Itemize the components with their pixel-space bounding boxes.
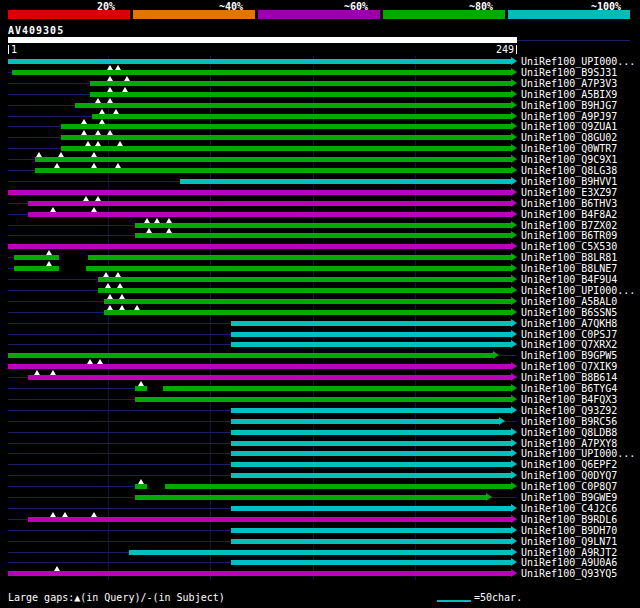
hit-label[interactable]: UniRef100_A5BAL0: [521, 296, 617, 307]
alignment-bar[interactable]: [135, 223, 511, 228]
alignment-bar[interactable]: [231, 560, 511, 565]
hit-label[interactable]: UniRef100_A5BIX9: [521, 89, 617, 100]
alignment-bar[interactable]: [98, 288, 511, 293]
hit-label[interactable]: UniRef100_B4F9U4: [521, 274, 617, 285]
alignment-bar[interactable]: [231, 451, 511, 456]
alignment-bar[interactable]: [231, 539, 511, 544]
hit-label[interactable]: UniRef100_B9HJG7: [521, 100, 617, 111]
hit-label[interactable]: UniRef100_B9GWE9: [521, 492, 617, 503]
alignment-bar[interactable]: [231, 528, 511, 533]
hit-label[interactable]: UniRef100_B9HVV1: [521, 176, 617, 187]
arrow-head-icon: [511, 79, 517, 87]
hit-label[interactable]: UniRef100_Q7XRX2: [521, 339, 617, 350]
alignment-bar[interactable]: [135, 495, 487, 500]
alignment-bar[interactable]: [75, 103, 511, 108]
alignment-bar[interactable]: [135, 397, 511, 402]
alignment-bar[interactable]: [61, 135, 511, 140]
alignment-bar[interactable]: [98, 277, 511, 282]
alignment-bar[interactable]: [35, 168, 511, 173]
hit-label[interactable]: UniRef100_B8LNE7: [521, 263, 617, 274]
alignment-bar[interactable]: [231, 473, 511, 478]
gap-triangle-icon: [146, 228, 152, 233]
hit-label[interactable]: UniRef100_A7P3V3: [521, 78, 617, 89]
alignment-bar[interactable]: [61, 146, 511, 151]
hit-label[interactable]: UniRef100_Q7XIK9: [521, 361, 617, 372]
alignment-bar[interactable]: [14, 255, 511, 260]
alignment-bar[interactable]: [8, 59, 511, 64]
hit-label[interactable]: UniRef100_B6THV3: [521, 198, 617, 209]
hit-label[interactable]: UniRef100_C5X530: [521, 241, 617, 252]
alignment-bar[interactable]: [231, 506, 511, 511]
alignment-bar[interactable]: [8, 571, 511, 576]
alignment-bar[interactable]: [12, 70, 511, 75]
alignment-bar[interactable]: [61, 124, 511, 129]
alignment-bar[interactable]: [231, 342, 511, 347]
alignment-bar[interactable]: [28, 201, 511, 206]
hit-label[interactable]: UniRef100_E3XZ97: [521, 187, 617, 198]
alignment-bar[interactable]: [231, 321, 511, 326]
hit-label[interactable]: UniRef100_C0P8Q7: [521, 481, 617, 492]
alignment-bar[interactable]: [104, 310, 511, 315]
hit-label[interactable]: UniRef100_UPI000...: [521, 448, 635, 459]
alignment-row: UniRef100_B8B614: [0, 372, 640, 383]
alignment-bar[interactable]: [231, 430, 511, 435]
alignment-bar[interactable]: [28, 212, 511, 217]
hit-label[interactable]: UniRef100_Q9C9X1: [521, 154, 617, 165]
hit-label[interactable]: UniRef100_A9U0A6: [521, 557, 617, 568]
alignment-bar[interactable]: [231, 332, 511, 337]
hit-label[interactable]: UniRef100_Q8GU02: [521, 132, 617, 143]
gap-triangle-icon: [115, 65, 121, 70]
hit-label[interactable]: UniRef100_UPI000...: [521, 56, 635, 67]
alignment-bar[interactable]: [231, 441, 511, 446]
hit-label[interactable]: UniRef100_B9SJ31: [521, 67, 617, 78]
hit-label[interactable]: UniRef100_Q9LN71: [521, 536, 617, 547]
alignment-bar[interactable]: [35, 157, 511, 162]
alignment-bar[interactable]: [28, 375, 511, 380]
hit-label[interactable]: UniRef100_Q9ZUA1: [521, 121, 617, 132]
hit-label[interactable]: UniRef100_B8LR81: [521, 252, 617, 263]
hit-label[interactable]: UniRef100_Q0WTR7: [521, 143, 617, 154]
alignment-bar[interactable]: [135, 484, 511, 489]
alignment-bar[interactable]: [135, 386, 511, 391]
alignment-bar[interactable]: [92, 114, 511, 119]
hit-label[interactable]: UniRef100_Q8LG38: [521, 165, 617, 176]
hit-label[interactable]: UniRef100_B6SSN5: [521, 307, 617, 318]
alignment-bar[interactable]: [90, 81, 511, 86]
alignment-bar[interactable]: [135, 233, 511, 238]
hit-label[interactable]: UniRef100_C4J2C6: [521, 503, 617, 514]
hit-label[interactable]: UniRef100_Q93Z92: [521, 405, 617, 416]
hit-label[interactable]: UniRef100_UPI000...: [521, 285, 635, 296]
hit-label[interactable]: UniRef100_B8B614: [521, 372, 617, 383]
hit-label[interactable]: UniRef100_B9DH70: [521, 525, 617, 536]
hit-label[interactable]: UniRef100_B9RC56: [521, 416, 617, 427]
alignment-row: UniRef100_B4FQX3: [0, 394, 640, 405]
alignment-bar[interactable]: [231, 419, 499, 424]
hit-label[interactable]: UniRef100_Q6EPF2: [521, 459, 617, 470]
alignment-bar[interactable]: [14, 266, 511, 271]
alignment-bar[interactable]: [8, 190, 511, 195]
alignment-bar[interactable]: [28, 517, 511, 522]
alignment-bar[interactable]: [129, 550, 511, 555]
alignment-bar[interactable]: [231, 462, 511, 467]
alignment-row: UniRef100_B9GWE9: [0, 492, 640, 503]
alignment-row: UniRef100_B9RC56: [0, 416, 640, 427]
hit-label[interactable]: UniRef100_B6TYG4: [521, 383, 617, 394]
hit-label[interactable]: UniRef100_Q0DYQ7: [521, 470, 617, 481]
alignment-bar[interactable]: [8, 353, 493, 358]
hit-label[interactable]: UniRef100_Q8LDB8: [521, 427, 617, 438]
alignment-row: UniRef100_UPI000...: [0, 448, 640, 459]
hit-label[interactable]: UniRef100_B4F8A2: [521, 209, 617, 220]
hit-label[interactable]: UniRef100_B9GPW5: [521, 350, 617, 361]
alignment-bar[interactable]: [104, 299, 511, 304]
hit-label[interactable]: UniRef100_B6TR09: [521, 230, 617, 241]
hit-label[interactable]: UniRef100_B9RDL6: [521, 514, 617, 525]
alignment-bar[interactable]: [180, 179, 511, 184]
hit-label[interactable]: UniRef100_Q93YQ5: [521, 568, 617, 579]
alignment-bar[interactable]: [90, 92, 511, 97]
hit-label[interactable]: UniRef100_A7QKH8: [521, 318, 617, 329]
alignment-bar[interactable]: [8, 364, 511, 369]
alignment-bar[interactable]: [8, 244, 511, 249]
hit-label[interactable]: UniRef100_B4FQX3: [521, 394, 617, 405]
arrow-head-icon: [511, 373, 517, 381]
alignment-bar[interactable]: [231, 408, 511, 413]
